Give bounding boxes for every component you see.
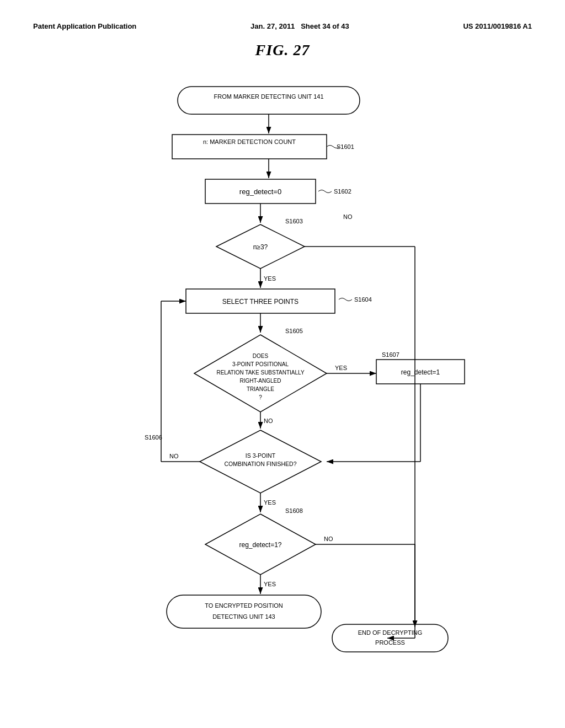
page: Patent Application Publication Jan. 27, … [0, 0, 565, 728]
s1606-no: NO [169, 453, 179, 459]
s1605-yes: YES [335, 365, 347, 371]
end2-line2: PROCESS [375, 639, 405, 646]
s1606-yes: YES [264, 499, 276, 506]
s1604-label: S1604 [354, 296, 372, 303]
s1606-line1: IS 3-POINT [246, 452, 276, 459]
s1608-text: reg_detect=1? [239, 541, 281, 549]
header-left: Patent Application Publication [33, 22, 136, 30]
fig-title: FIG. 27 [255, 41, 310, 59]
header-sheet: Sheet 34 of 43 [301, 22, 349, 30]
s1605-no: NO [264, 417, 273, 424]
end1-line1: TO ENCRYPTED POSITION [205, 602, 282, 609]
s1603-label-text: S1603 [285, 218, 303, 224]
s1605-line4: RIGHT-ANGLED [239, 378, 281, 384]
s1606-label: S1606 [145, 434, 162, 441]
s1608-label-text: S1608 [285, 507, 303, 514]
end2-line1: END OF DECRYPTING [358, 629, 423, 636]
s1601-text: n: MARKER DETECTION COUNT [203, 138, 296, 145]
s1605-line6: ? [259, 394, 262, 400]
end1-line2: DETECTING UNIT 143 [212, 613, 275, 620]
s1607-label: S1607 [382, 351, 399, 358]
s1606-line2: COMBINATION FINISHED? [224, 461, 296, 467]
start-text: FROM MARKER DETECTING UNIT 141 [214, 93, 323, 100]
s1603-no-label: NO [343, 213, 353, 220]
s1605-line5: TRIANGLE [247, 386, 274, 392]
s1601-label: S1601 [337, 143, 354, 150]
s1605-label-text: S1605 [285, 328, 303, 334]
s1603-yes: YES [264, 275, 276, 282]
s1608-yes: YES [264, 581, 276, 587]
svg-rect-1 [178, 87, 360, 114]
s1602-label: S1602 [334, 188, 351, 195]
s1603-diamond-text: n≥3? [253, 243, 268, 251]
s1605-line1: DOES [253, 353, 269, 359]
s1605-line2: 3-POINT POSITIONAL [232, 361, 289, 367]
s1604-text: SELECT THREE POINTS [222, 298, 299, 306]
s1607-text: reg_detect=1 [401, 368, 440, 376]
svg-rect-30 [167, 595, 321, 628]
header: Patent Application Publication Jan. 27, … [33, 22, 532, 30]
header-date: Jan. 27, 2011 Sheet 34 of 43 [250, 22, 349, 30]
s1605-line3: RELATION TAKE SUBSTANTIALLY [216, 370, 304, 376]
header-right: US 2011/0019816 A1 [463, 22, 532, 30]
diagram-area: FIG. 27 FROM MARKER DETECTING UNIT 141 n… [33, 41, 532, 682]
flowchart: FROM MARKER DETECTING UNIT 141 n: MARKER… [89, 76, 476, 682]
s1608-no: NO [324, 536, 333, 542]
s1602-text: reg_detect=0 [239, 188, 281, 196]
